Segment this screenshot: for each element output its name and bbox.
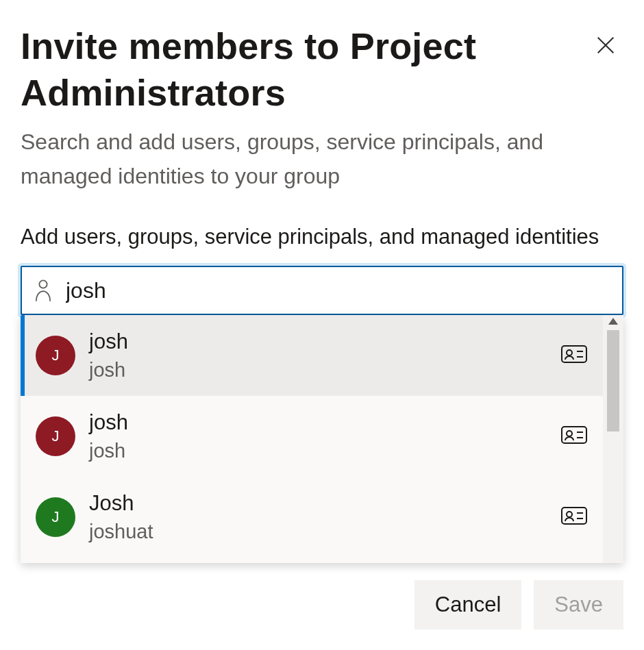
- dialog-header: Invite members to Project Administrators…: [21, 23, 623, 193]
- contact-card-icon: [560, 505, 588, 527]
- search-result-secondary: josh: [89, 438, 547, 464]
- search-results-dropdown: JjoshjoshJjoshjoshJJoshjoshuat: [21, 315, 623, 563]
- scroll-thumb[interactable]: [607, 330, 619, 432]
- search-result-secondary: joshuat: [89, 519, 547, 545]
- dialog-footer: Cancel Save: [414, 580, 623, 629]
- search-result-item[interactable]: Jjoshjosh: [21, 396, 603, 477]
- cancel-button[interactable]: Cancel: [414, 580, 522, 629]
- svg-point-8: [567, 431, 572, 436]
- avatar: J: [36, 416, 75, 456]
- search-field-wrap: JjoshjoshJjoshjoshJJoshjoshuat: [21, 266, 623, 315]
- search-result-text: joshjosh: [89, 328, 547, 383]
- search-result-item[interactable]: Jjoshjosh: [21, 315, 603, 396]
- svg-rect-11: [562, 508, 586, 524]
- person-icon: [33, 278, 53, 303]
- avatar: J: [36, 497, 75, 537]
- contact-card-icon-wrap: [560, 343, 588, 368]
- contact-card-icon: [560, 424, 588, 446]
- search-result-text: Joshjoshuat: [89, 490, 547, 545]
- close-button[interactable]: [588, 27, 623, 63]
- search-input[interactable]: [66, 278, 611, 303]
- search-results-list: JjoshjoshJjoshjoshJJoshjoshuat: [21, 315, 603, 563]
- dialog-title: Invite members to Project Administrators: [21, 23, 571, 116]
- search-result-text: joshjosh: [89, 409, 547, 464]
- scroll-up-arrow-icon[interactable]: [608, 318, 618, 325]
- search-result-secondary: josh: [89, 358, 547, 384]
- search-field[interactable]: [21, 266, 623, 315]
- svg-rect-3: [562, 346, 586, 362]
- avatar: J: [36, 336, 75, 375]
- close-icon: [594, 34, 617, 57]
- contact-card-icon: [560, 343, 588, 365]
- svg-point-2: [39, 281, 47, 288]
- dropdown-scrollbar[interactable]: [603, 315, 623, 563]
- save-button[interactable]: Save: [534, 580, 623, 629]
- contact-card-icon-wrap: [560, 505, 588, 529]
- search-result-primary: josh: [89, 328, 547, 355]
- svg-point-12: [567, 512, 572, 517]
- contact-card-icon-wrap: [560, 424, 588, 449]
- search-result-primary: Josh: [89, 490, 547, 517]
- svg-point-4: [567, 350, 572, 355]
- search-field-label: Add users, groups, service principals, a…: [21, 221, 623, 253]
- dialog-subtitle: Search and add users, groups, service pr…: [21, 125, 571, 193]
- invite-members-panel: Invite members to Project Administrators…: [0, 0, 644, 650]
- dialog-header-text: Invite members to Project Administrators…: [21, 23, 571, 193]
- search-result-primary: josh: [89, 409, 547, 436]
- search-result-item[interactable]: JJoshjoshuat: [21, 477, 603, 558]
- svg-rect-7: [562, 427, 586, 443]
